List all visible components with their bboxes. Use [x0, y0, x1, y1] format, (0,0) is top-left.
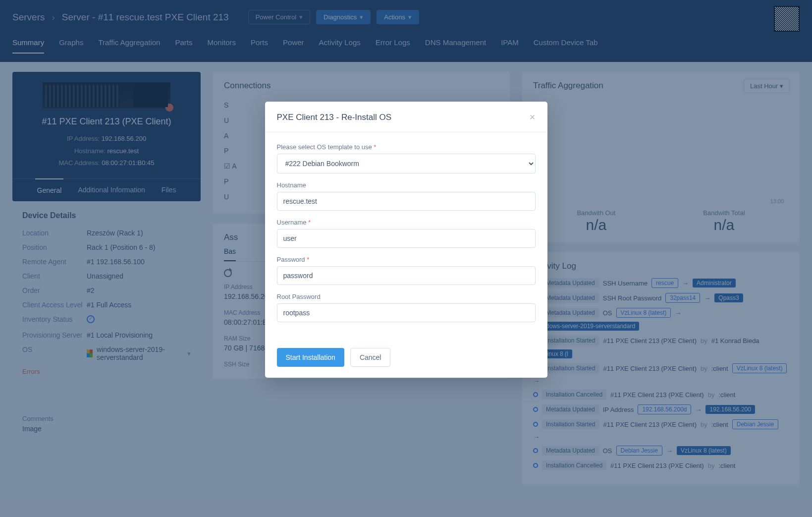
- os-template-select[interactable]: #222 Debian Bookworm: [277, 154, 536, 173]
- password-label: Password *: [277, 256, 536, 263]
- username-input[interactable]: [277, 229, 536, 248]
- hostname-input[interactable]: [277, 192, 536, 211]
- password-input[interactable]: [277, 266, 536, 285]
- username-label: Username *: [277, 219, 536, 226]
- close-icon[interactable]: ×: [530, 112, 536, 123]
- root-password-label: Root Password: [277, 293, 536, 300]
- modal-overlay[interactable]: PXE Client 213 - Re-Install OS × Please …: [0, 0, 812, 517]
- os-template-label: Please select OS template to use *: [277, 143, 536, 151]
- root-password-input[interactable]: [277, 303, 536, 322]
- modal-title: PXE Client 213 - Re-Install OS: [277, 113, 391, 122]
- cancel-button[interactable]: Cancel: [350, 348, 391, 367]
- hostname-label: Hostname: [277, 181, 536, 189]
- reinstall-os-modal: PXE Client 213 - Re-Install OS × Please …: [265, 102, 547, 378]
- start-installation-button[interactable]: Start Installation: [277, 348, 344, 367]
